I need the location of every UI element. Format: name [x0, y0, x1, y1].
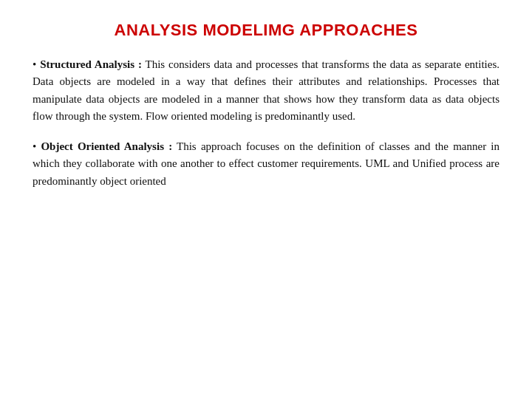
- structured-analysis-heading: Structured Analysis :: [40, 58, 142, 70]
- bullet-1: •: [33, 58, 36, 70]
- object-oriented-paragraph: • Object Oriented Analysis : This approa…: [33, 138, 499, 190]
- structured-analysis-paragraph: • Structured Analysis : This considers d…: [33, 56, 499, 125]
- page-title: ANALYSIS MODELIMG APPROACHES: [33, 21, 499, 40]
- object-oriented-heading: Object Oriented Analysis :: [41, 140, 172, 152]
- section-object-oriented: • Object Oriented Analysis : This approa…: [33, 138, 499, 190]
- section-structured: • Structured Analysis : This considers d…: [33, 56, 499, 125]
- page: ANALYSIS MODELIMG APPROACHES • Structure…: [0, 0, 532, 399]
- bullet-2: •: [33, 140, 36, 152]
